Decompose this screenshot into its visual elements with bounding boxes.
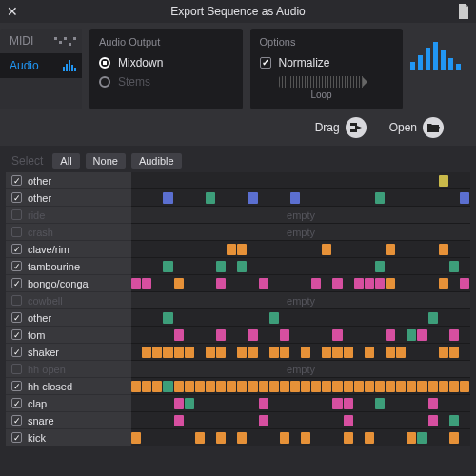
- track-row: hh closed: [6, 378, 470, 395]
- track-lane: [131, 258, 470, 275]
- track-checkbox[interactable]: [11, 244, 22, 254]
- note: [301, 347, 310, 358]
- track-checkbox[interactable]: [11, 278, 22, 288]
- note: [375, 261, 385, 272]
- track-header[interactable]: ride: [6, 207, 131, 224]
- note: [163, 261, 172, 272]
- track-name: hh open: [28, 364, 66, 375]
- track-checkbox[interactable]: [11, 227, 22, 237]
- note: [185, 381, 194, 392]
- track-row: crashempty: [6, 224, 470, 241]
- note: [216, 381, 226, 392]
- note: [131, 381, 141, 392]
- note: [259, 398, 268, 409]
- drag-export-button[interactable]: Drag: [315, 117, 367, 138]
- note: [375, 192, 385, 204]
- tab-midi[interactable]: MIDI: [0, 29, 82, 53]
- note: [248, 192, 257, 204]
- track-header[interactable]: bongo/conga: [6, 275, 131, 292]
- note: [174, 415, 184, 426]
- track-name: bongo/conga: [28, 278, 89, 289]
- note: [174, 278, 184, 289]
- note: [386, 347, 395, 358]
- note: [152, 347, 162, 358]
- drag-icon: [346, 117, 367, 138]
- track-lane: [131, 309, 470, 327]
- note: [396, 381, 406, 392]
- track-row: clave/rim: [6, 241, 470, 258]
- track-checkbox[interactable]: [11, 432, 22, 443]
- track-lane: [131, 275, 470, 292]
- track-checkbox[interactable]: [11, 364, 22, 374]
- track-lane: [131, 429, 470, 446]
- tab-audio[interactable]: Audio: [0, 53, 82, 78]
- radio-stems-label: Stems: [118, 75, 150, 89]
- titlebar: ✕ Export Sequence as Audio: [0, 0, 476, 23]
- select-all-button[interactable]: All: [52, 153, 79, 169]
- loop-preview[interactable]: Loop: [260, 76, 394, 100]
- track-header[interactable]: tom: [6, 327, 131, 344]
- window-title: Export Sequence as Audio: [19, 5, 457, 18]
- track-row: tambourine: [6, 258, 470, 275]
- note: [216, 329, 226, 341]
- select-audible-button[interactable]: Audible: [131, 153, 182, 169]
- note: [407, 329, 416, 341]
- open-folder-button[interactable]: Open: [389, 117, 444, 138]
- track-lane: empty: [131, 292, 470, 309]
- track-checkbox[interactable]: [11, 192, 22, 203]
- track-header[interactable]: other: [6, 189, 131, 207]
- track-checkbox[interactable]: [11, 295, 22, 306]
- track-checkbox[interactable]: [11, 175, 22, 186]
- track-name: other: [28, 175, 51, 187]
- note: [354, 278, 364, 289]
- checkbox-normalize[interactable]: Normalize: [260, 53, 394, 72]
- track-header[interactable]: tambourine: [6, 258, 131, 275]
- track-checkbox[interactable]: [11, 261, 22, 271]
- radio-stems[interactable]: Stems: [99, 72, 233, 91]
- track-header[interactable]: cowbell: [6, 292, 131, 309]
- note: [142, 381, 151, 392]
- note: [163, 192, 172, 204]
- track-checkbox[interactable]: [11, 398, 22, 408]
- note: [269, 312, 279, 324]
- track-lane: empty: [131, 224, 470, 241]
- track-header[interactable]: shaker: [6, 344, 131, 361]
- track-checkbox[interactable]: [11, 347, 22, 357]
- tracks-section: Select All None Audible otherotherrideem…: [0, 146, 476, 446]
- track-lane: [131, 344, 470, 361]
- track-header[interactable]: other: [6, 172, 131, 189]
- track-header[interactable]: kick: [6, 429, 131, 446]
- track-checkbox[interactable]: [11, 381, 22, 391]
- track-header[interactable]: hh closed: [6, 378, 131, 395]
- note: [417, 381, 426, 392]
- note: [439, 278, 448, 289]
- track-checkbox[interactable]: [11, 329, 22, 340]
- track-checkbox[interactable]: [11, 415, 22, 426]
- track-checkbox[interactable]: [11, 312, 22, 323]
- track-header[interactable]: hh open: [6, 361, 131, 378]
- track-header[interactable]: crash: [6, 224, 131, 241]
- track-row: snare: [6, 412, 470, 429]
- track-lane: empty: [131, 207, 470, 224]
- track-checkbox[interactable]: [11, 209, 22, 220]
- note: [449, 432, 459, 444]
- note: [142, 278, 151, 289]
- note: [365, 278, 374, 289]
- track-header[interactable]: snare: [6, 412, 131, 429]
- track-name: cowbell: [28, 295, 63, 307]
- audio-output-panel: Audio Output Mixdown Stems: [89, 29, 243, 109]
- note: [206, 381, 215, 392]
- track-header[interactable]: clap: [6, 395, 131, 412]
- track-name: tambourine: [28, 261, 80, 272]
- track-row: other: [6, 309, 470, 327]
- track-header[interactable]: other: [6, 309, 131, 327]
- track-header[interactable]: clave/rim: [6, 241, 131, 258]
- track-row: kick: [6, 429, 470, 446]
- note: [163, 347, 172, 358]
- radio-mixdown[interactable]: Mixdown: [99, 53, 233, 72]
- track-lane: [131, 378, 470, 395]
- document-icon[interactable]: [457, 4, 470, 19]
- track-name: hh closed: [28, 381, 72, 392]
- close-button[interactable]: ✕: [6, 4, 19, 19]
- select-none-button[interactable]: None: [86, 153, 126, 169]
